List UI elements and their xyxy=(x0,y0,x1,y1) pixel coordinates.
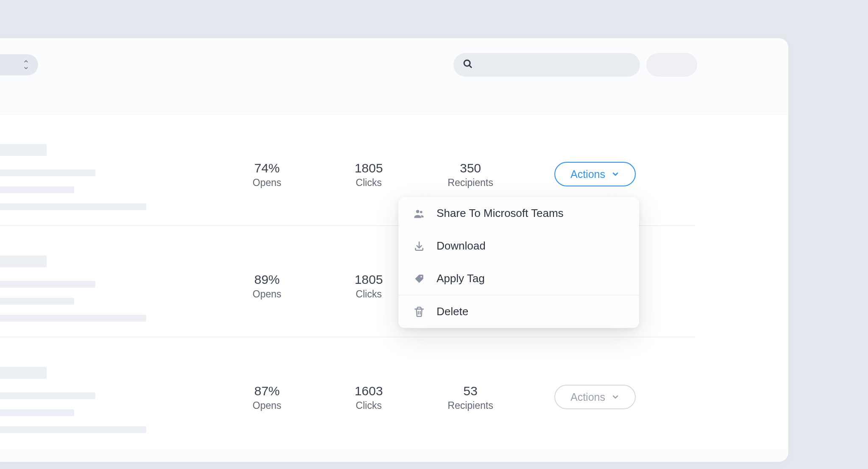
stat-opens: 89% Opens xyxy=(216,272,318,300)
actions-button[interactable]: Actions xyxy=(554,385,636,409)
actions-label: Actions xyxy=(570,168,605,180)
stat-recipients: 350 Recipients xyxy=(420,161,521,189)
stat-label: Opens xyxy=(216,177,318,189)
stat-label: Opens xyxy=(216,289,318,300)
menu-label: Delete xyxy=(437,305,468,318)
menu-label: Apply Tag xyxy=(437,272,485,285)
actions-label: Actions xyxy=(570,391,605,403)
skeleton-line xyxy=(0,186,74,193)
svg-point-4 xyxy=(420,276,422,277)
menu-delete[interactable]: Delete xyxy=(398,295,639,328)
actions-button[interactable]: Actions xyxy=(554,162,636,186)
download-icon xyxy=(413,240,426,253)
skeleton-line xyxy=(0,281,95,288)
chevron-down-icon xyxy=(611,170,620,178)
content-list: 74% Opens 1805 Clicks 350 Recipients Act… xyxy=(0,114,788,449)
stat-clicks: 1603 Clicks xyxy=(318,384,420,411)
tag-icon xyxy=(413,272,426,285)
skeleton-title xyxy=(0,367,47,379)
stat-label: Recipients xyxy=(420,177,521,189)
filter-dropdown[interactable]: ⌃⌄ xyxy=(0,54,38,75)
stat-value: 87% xyxy=(216,384,318,398)
chevron-down-icon xyxy=(611,393,620,401)
search-icon xyxy=(463,59,473,71)
stat-clicks: 1805 Clicks xyxy=(318,161,420,189)
svg-line-1 xyxy=(469,65,471,67)
sort-icon: ⌃⌄ xyxy=(22,61,30,68)
app-card: ⌃⌄ 74% Opens 1805 xyxy=(0,38,788,462)
stat-label: Recipients xyxy=(420,400,521,411)
stat-value: 350 xyxy=(420,161,521,175)
stat-opens: 87% Opens xyxy=(216,384,318,411)
svg-point-2 xyxy=(416,210,419,213)
topbar: ⌃⌄ xyxy=(0,38,788,91)
users-icon xyxy=(413,207,426,220)
stat-value: 1603 xyxy=(318,384,420,398)
skeleton-line xyxy=(0,392,95,399)
search-input[interactable] xyxy=(453,53,640,77)
skeleton-title xyxy=(0,144,47,156)
list-row: 74% Opens 1805 Clicks 350 Recipients Act… xyxy=(0,114,695,226)
stat-label: Opens xyxy=(216,400,318,411)
stat-opens: 74% Opens xyxy=(216,161,318,189)
menu-label: Download xyxy=(437,239,486,253)
skeleton-line xyxy=(0,426,146,433)
svg-point-3 xyxy=(420,211,423,213)
trash-icon xyxy=(413,305,426,318)
stat-value: 74% xyxy=(216,161,318,175)
skeleton-title xyxy=(0,255,47,267)
skeleton-line xyxy=(0,409,74,416)
skeleton-line xyxy=(0,203,146,210)
stat-label: Clicks xyxy=(318,400,420,411)
menu-label: Share To Microsoft Teams xyxy=(437,207,564,220)
menu-share-teams[interactable]: Share To Microsoft Teams xyxy=(398,197,639,230)
stat-value: 89% xyxy=(216,272,318,287)
stat-recipients: 53 Recipients xyxy=(420,384,521,411)
actions-menu: Share To Microsoft Teams Download Apply … xyxy=(398,197,639,328)
stat-label: Clicks xyxy=(318,177,420,189)
list-row: 87% Opens 1603 Clicks 53 Recipients Acti… xyxy=(0,337,695,449)
stat-value: 1805 xyxy=(318,161,420,175)
skeleton-line xyxy=(0,169,95,176)
menu-apply-tag[interactable]: Apply Tag xyxy=(398,262,639,295)
header-action-pill[interactable] xyxy=(646,53,697,77)
menu-download[interactable]: Download xyxy=(398,230,639,262)
skeleton-line xyxy=(0,315,146,322)
skeleton-line xyxy=(0,298,74,305)
stat-value: 53 xyxy=(420,384,521,398)
